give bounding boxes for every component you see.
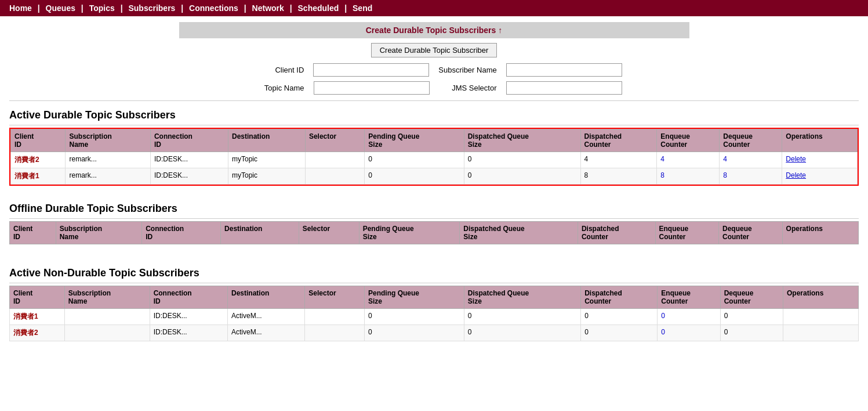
- col-destination: Destination: [228, 286, 305, 309]
- col-operations: Operations: [782, 222, 858, 244]
- cell-pending-queue-size: 0: [365, 168, 464, 185]
- active-non-durable-table-wrapper: ClientID SubscriptionName ConnectionID D…: [0, 286, 868, 347]
- client-id-input[interactable]: [313, 63, 429, 77]
- active-durable-tbody: 消費者2 remark... ID:DESK... myTopic 0 0 4 …: [11, 152, 858, 185]
- nav-subscribers[interactable]: Subscribers: [127, 3, 176, 13]
- table-row: 消費者2 ID:DESK... ActiveM... 0 0 0 0 0: [10, 325, 859, 341]
- section-separator-3: [9, 218, 859, 219]
- nav-network[interactable]: Network: [251, 3, 285, 13]
- col-enqueue-counter: EnqueueCounter: [655, 222, 719, 244]
- nav-sep-3: |: [181, 3, 186, 13]
- col-selector: Selector: [299, 222, 359, 244]
- topic-name-input[interactable]: [314, 81, 430, 95]
- nav-sep-5: |: [290, 3, 295, 13]
- col-dispatched-counter: DispatchedCounter: [578, 222, 655, 244]
- col-client-id: ClientID: [10, 286, 65, 309]
- table-row: 消費者1 ID:DESK... ActiveM... 0 0 0 0 0: [10, 309, 859, 325]
- cell-operations[interactable]: Delete: [782, 152, 858, 168]
- cell-dispatched-queue-size: 0: [464, 168, 580, 185]
- cell-enqueue-counter: 0: [658, 309, 720, 325]
- col-pending-queue-size: Pending QueueSize: [364, 286, 464, 309]
- cell-pending-queue-size: 0: [364, 309, 464, 325]
- section-separator-2: [9, 125, 859, 125]
- form-row-client-subscriber: Client ID Subscriber Name: [246, 63, 622, 77]
- nav-queues[interactable]: Queues: [45, 3, 77, 13]
- table-row: 消費者1 remark... ID:DESK... myTopic 0 0 8 …: [11, 168, 858, 185]
- cell-pending-queue-size: 0: [364, 325, 464, 341]
- cell-enqueue-counter: 8: [657, 168, 720, 185]
- cell-dispatched-counter: 8: [580, 168, 657, 185]
- cell-dispatched-counter: 4: [580, 152, 657, 168]
- active-non-durable-tbody: 消費者1 ID:DESK... ActiveM... 0 0 0 0 0 消費者…: [10, 309, 859, 341]
- client-id-label: Client ID: [246, 66, 304, 74]
- cell-operations: [783, 309, 859, 325]
- col-operations: Operations: [783, 286, 859, 309]
- col-dispatched-queue-size: Dispatched QueueSize: [460, 222, 578, 244]
- offline-durable-thead: ClientID SubscriptionName ConnectionID D…: [10, 222, 859, 244]
- col-dispatched-queue-size: Dispatched QueueSize: [464, 129, 580, 152]
- cell-selector: [305, 309, 365, 325]
- col-pending-queue-size: Pending QueueSize: [365, 129, 464, 152]
- cell-dequeue-counter: 4: [720, 152, 782, 168]
- col-connection-id: ConnectionID: [142, 222, 221, 244]
- col-client-id: ClientID: [10, 222, 56, 244]
- col-subscription-name: SubscriptionName: [56, 222, 142, 244]
- create-button-row: Create Durable Topic Subscriber: [179, 43, 689, 57]
- nav-sep-6: |: [344, 3, 349, 13]
- offline-durable-header-row: ClientID SubscriptionName ConnectionID D…: [10, 222, 859, 244]
- col-destination: Destination: [221, 222, 299, 244]
- active-durable-title: Active Durable Topic Subscribers: [0, 109, 868, 121]
- cell-dispatched-counter: 0: [581, 309, 658, 325]
- col-connection-id: ConnectionID: [150, 129, 228, 152]
- nav-scheduled[interactable]: Scheduled: [297, 3, 340, 13]
- subscriber-name-input[interactable]: [506, 63, 622, 77]
- nav-sep-4: |: [244, 3, 249, 13]
- cell-dispatched-queue-size: 0: [464, 325, 580, 341]
- cell-destination: myTopic: [228, 152, 305, 168]
- cell-operations[interactable]: Delete: [782, 168, 858, 185]
- col-selector: Selector: [305, 129, 364, 152]
- col-connection-id: ConnectionID: [150, 286, 227, 309]
- col-selector: Selector: [305, 286, 365, 309]
- create-durable-subscriber-button[interactable]: Create Durable Topic Subscriber: [371, 43, 497, 57]
- cell-client-id: 消費者1: [10, 309, 65, 325]
- col-dequeue-counter: DequeueCounter: [719, 222, 783, 244]
- cell-pending-queue-size: 0: [365, 152, 464, 168]
- col-client-id: ClientID: [11, 129, 66, 152]
- table-row: 消費者2 remark... ID:DESK... myTopic 0 0 4 …: [11, 152, 858, 168]
- nav-sep-0: |: [38, 3, 42, 13]
- col-dequeue-counter: DequeueCounter: [720, 286, 783, 309]
- nav-home[interactable]: Home: [8, 3, 33, 13]
- col-enqueue-counter: EnqueueCounter: [658, 286, 720, 309]
- cell-subscription-name: remark...: [66, 152, 150, 168]
- cell-subscription-name: [64, 309, 150, 325]
- topic-name-label: Topic Name: [246, 84, 304, 92]
- active-durable-table-wrapper: ClientID SubscriptionName ConnectionID D…: [9, 128, 859, 186]
- cell-operations: [783, 325, 859, 341]
- offline-durable-table-wrapper: ClientID SubscriptionName ConnectionID D…: [0, 221, 868, 250]
- cell-client-id: 消費者2: [11, 152, 66, 168]
- nav-connections[interactable]: Connections: [188, 3, 239, 13]
- cell-connection-id: ID:DESK...: [150, 325, 227, 341]
- cell-dispatched-queue-size: 0: [464, 309, 580, 325]
- delete-link[interactable]: Delete: [786, 155, 806, 163]
- cell-dequeue-counter: 0: [720, 309, 783, 325]
- nav-sep-2: |: [121, 3, 125, 13]
- cell-enqueue-counter: 0: [658, 325, 720, 341]
- jms-selector-input[interactable]: [506, 81, 622, 95]
- active-durable-thead: ClientID SubscriptionName ConnectionID D…: [11, 129, 858, 152]
- col-enqueue-counter: EnqueueCounter: [657, 129, 720, 152]
- form-row-topic-selector: Topic Name JMS Selector: [246, 81, 622, 95]
- cell-selector: [305, 152, 364, 168]
- section-separator-1: [9, 100, 859, 101]
- nav-send[interactable]: Send: [351, 3, 373, 13]
- delete-link[interactable]: Delete: [786, 171, 806, 179]
- active-non-durable-header-row: ClientID SubscriptionName ConnectionID D…: [10, 286, 859, 309]
- cell-destination: myTopic: [228, 168, 305, 185]
- cell-selector: [305, 168, 364, 185]
- nav-topics[interactable]: Topics: [88, 3, 116, 13]
- create-header-link[interactable]: Create Durable Topic Subscribers ↑: [366, 26, 502, 35]
- cell-dispatched-queue-size: 0: [464, 152, 580, 168]
- active-non-durable-thead: ClientID SubscriptionName ConnectionID D…: [10, 286, 859, 309]
- cell-destination: ActiveM...: [228, 309, 305, 325]
